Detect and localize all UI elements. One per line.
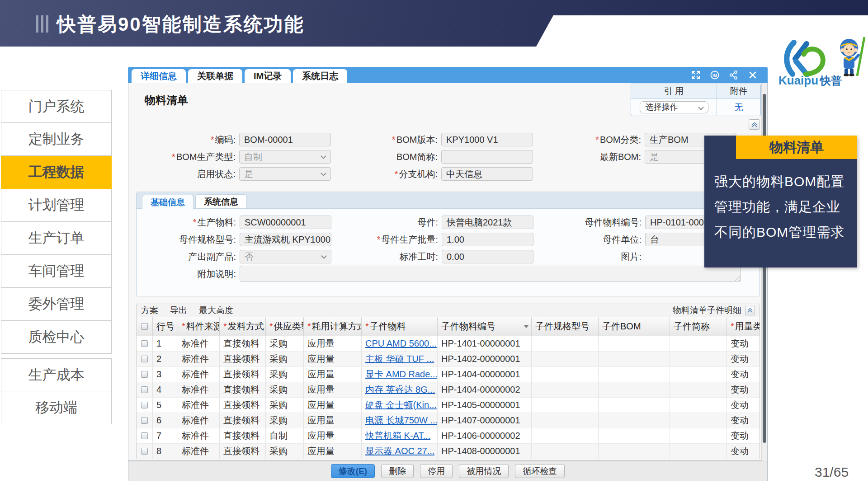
detail-form: 生产物料:SCW00000001母件:快普电脑2021款母件物料编号:HP-01… <box>137 192 760 296</box>
row-checkbox[interactable] <box>141 417 148 424</box>
column-header-num[interactable]: 行号 <box>153 317 178 336</box>
column-label: 行号 <box>156 320 175 333</box>
row-checkbox[interactable] <box>141 356 148 362</box>
cell-check <box>137 352 153 367</box>
cell-bom <box>599 336 670 352</box>
field-input[interactable]: 0.00 <box>442 250 533 263</box>
field-input[interactable]: 1.00 <box>442 233 533 246</box>
sidebar-item[interactable]: 委外管理 <box>1 288 112 321</box>
cell-usage: 变动 <box>727 444 760 459</box>
field-label: 母件规格型号: <box>141 234 240 246</box>
cell-num: 8 <box>153 444 178 459</box>
sidebar-item[interactable]: 定制业务 <box>1 123 112 156</box>
field-label: BOM简称: <box>343 151 441 163</box>
subitem-link[interactable]: 硬盘 金士顿(Kin... <box>365 400 437 410</box>
expand-icon[interactable] <box>691 70 701 80</box>
grid-body: 1标准件直接领料采购应用量CPU AMD 5600...HP-1401-0000… <box>136 336 760 459</box>
form-field: BOM版本:KPY1000 V1 <box>343 133 533 146</box>
footer-button[interactable]: 被用情况 <box>459 464 509 478</box>
footer-button[interactable]: 停用 <box>420 464 453 478</box>
column-header-issue[interactable]: 发料方式 <box>220 317 266 336</box>
column-header-spec[interactable]: 子件规格型号 <box>532 317 599 336</box>
field-input[interactable]: 主流游戏机 KPY1000 <box>240 233 331 246</box>
subitem-link[interactable]: 主板 华硕 TUF ... <box>365 354 434 364</box>
grid-toolbar-links: 方案导出最大高度 <box>141 305 245 316</box>
field-input[interactable]: 中天信息 <box>441 167 533 181</box>
subitem-link[interactable]: 电源 长城750W ... <box>365 415 438 425</box>
field-input[interactable]: BOM-00001 <box>239 133 331 146</box>
column-header-usage[interactable]: 用量类型 <box>727 317 760 336</box>
column-header-supply[interactable]: 供应类型 <box>266 317 304 336</box>
select-all-checkbox[interactable] <box>141 323 148 330</box>
im-icon[interactable]: IM <box>710 70 720 80</box>
footer-button[interactable]: 修改(E) <box>331 464 375 478</box>
field-value: 主流游戏机 KPY1000 <box>245 235 330 244</box>
table-row: 5标准件直接领料采购应用量硬盘 金士顿(Kin...HP-1405-000000… <box>136 398 760 413</box>
sidebar-item[interactable]: 计划管理 <box>1 189 112 222</box>
field-input[interactable] <box>240 266 741 282</box>
field-input[interactable]: KPY1000 V1 <box>441 133 533 146</box>
field-input[interactable] <box>441 150 533 164</box>
cell-source: 标准件 <box>178 413 220 428</box>
subitem-link[interactable]: 显卡 AMD Rade... <box>365 369 438 379</box>
footer-button[interactable]: 删除 <box>381 464 414 478</box>
grid-toolbar-link[interactable]: 方案 <box>141 305 158 316</box>
grid-toolbar-link[interactable]: 导出 <box>170 305 187 316</box>
sidebar-item[interactable]: 生产订单 <box>1 222 112 255</box>
subitem-link[interactable]: CPU AMD 5600... <box>365 338 437 348</box>
cell-bom <box>599 413 670 428</box>
svg-text:IM: IM <box>712 73 717 78</box>
cell-calc: 应用量 <box>304 428 362 444</box>
collapse-grid-button[interactable] <box>745 306 755 315</box>
subitem-link[interactable]: 显示器 AOC 27... <box>365 446 434 456</box>
footer-button[interactable]: 循环检查 <box>515 464 565 478</box>
row-checkbox[interactable] <box>141 386 148 393</box>
row-checkbox[interactable] <box>141 448 148 455</box>
subitem-link[interactable]: 内存 英睿达 8G... <box>365 385 435 394</box>
field-value: 1.00 <box>447 235 464 244</box>
row-checkbox[interactable] <box>141 371 148 378</box>
share-icon[interactable] <box>729 70 739 80</box>
window-tab[interactable]: 详细信息 <box>132 69 186 83</box>
sidebar-item[interactable]: 门户系统 <box>1 90 112 123</box>
cell-check <box>137 413 153 428</box>
cell-source: 标准件 <box>178 428 220 444</box>
field-input[interactable]: SCW00000001 <box>240 216 331 229</box>
window-tab[interactable]: 关联单据 <box>188 69 242 83</box>
filter-dropdown-icon[interactable] <box>524 325 528 328</box>
column-header-bom[interactable]: 子件BOM <box>599 317 670 336</box>
column-header-item[interactable]: 子件物料 <box>362 317 438 336</box>
cell-source: 标准件 <box>178 336 220 352</box>
row-checkbox[interactable] <box>141 340 148 347</box>
form-field: 母件生产批量:1.00 <box>343 233 533 246</box>
field-select[interactable]: 是 <box>239 167 331 181</box>
window-tab[interactable]: 系统日志 <box>293 69 347 83</box>
component-grid: 方案导出最大高度 物料清单子件明细 行号料件来源发料方式供应类型耗用计算方式子件… <box>136 304 760 460</box>
column-header-check[interactable] <box>137 317 153 336</box>
cell-item: 电源 长城750W ... <box>362 413 438 428</box>
sidebar-item[interactable]: 生产成本 <box>1 358 112 391</box>
close-icon[interactable] <box>748 70 758 80</box>
grid-toolbar-link[interactable]: 最大高度 <box>199 305 233 316</box>
window-titlebar: 详细信息关联单据IM记录系统日志 IM <box>128 67 768 83</box>
sidebar-item[interactable]: 车间管理 <box>1 255 112 288</box>
cell-num: 5 <box>153 398 178 413</box>
sidebar-item[interactable]: 工程数据 <box>1 156 112 189</box>
column-header-source[interactable]: 料件来源 <box>178 317 220 336</box>
cell-bom <box>599 382 670 398</box>
window-tab[interactable]: IM记录 <box>245 69 291 83</box>
sidebar-item[interactable]: 移动端 <box>1 391 112 424</box>
field-select[interactable]: 否 <box>240 250 331 263</box>
column-header-code[interactable]: 子件物料编号 <box>438 317 532 336</box>
cell-calc: 应用量 <box>304 336 362 352</box>
cell-code: HP-1401-00000001 <box>438 336 532 352</box>
column-header-short[interactable]: 子件简称 <box>670 317 727 336</box>
field-input[interactable]: 快普电脑2021款 <box>442 216 533 229</box>
subitem-link[interactable]: 快普机箱 K-AT... <box>365 431 430 441</box>
row-checkbox[interactable] <box>141 432 148 439</box>
column-header-calc[interactable]: 耗用计算方式 <box>304 317 362 336</box>
row-checkbox[interactable] <box>141 402 148 408</box>
form-field: BOM简称: <box>343 150 533 164</box>
field-select[interactable]: 自制 <box>239 150 331 164</box>
sidebar-item[interactable]: 质检中心 <box>1 321 112 354</box>
